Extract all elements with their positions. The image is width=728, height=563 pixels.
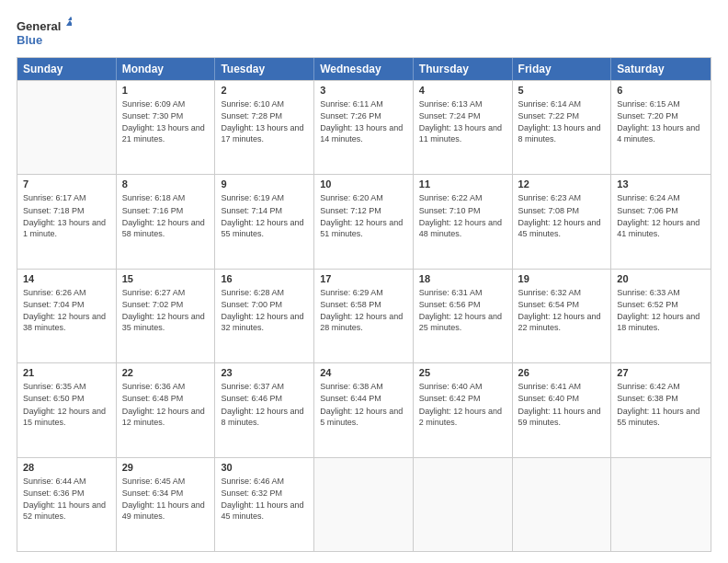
day-number: 13: [617, 178, 705, 190]
daylight-info: Daylight: 13 hours and 11 minutes.: [419, 122, 506, 144]
day-number: 11: [419, 178, 506, 190]
sunset-info: Sunset: 7:24 PM: [419, 110, 506, 121]
daylight-info: Daylight: 13 hours and 21 minutes.: [122, 122, 210, 144]
day-number: 20: [617, 273, 705, 284]
daylight-info: Daylight: 12 hours and 22 minutes.: [518, 311, 606, 333]
cal-cell: 3Sunrise: 6:11 AMSunset: 7:26 PMDaylight…: [314, 81, 414, 174]
cal-cell: [513, 458, 612, 551]
daylight-info: Daylight: 11 hours and 49 minutes.: [122, 500, 210, 522]
sunset-info: Sunset: 6:56 PM: [419, 299, 506, 310]
cal-row-3: 21Sunrise: 6:35 AMSunset: 6:50 PMDayligh…: [17, 362, 711, 456]
sunrise-info: Sunrise: 6:33 AM: [617, 287, 705, 298]
sunrise-info: Sunrise: 6:36 AM: [122, 381, 210, 392]
sunrise-info: Sunrise: 6:28 AM: [221, 287, 308, 298]
sunset-info: Sunset: 6:58 PM: [320, 299, 407, 310]
day-number: 29: [122, 462, 210, 473]
cal-cell: 24Sunrise: 6:38 AMSunset: 6:44 PMDayligh…: [314, 363, 414, 456]
daylight-info: Daylight: 12 hours and 48 minutes.: [419, 217, 506, 239]
day-number: 22: [122, 367, 210, 378]
day-number: 21: [23, 367, 110, 378]
daylight-info: Daylight: 12 hours and 2 minutes.: [419, 406, 506, 428]
cal-cell: 26Sunrise: 6:41 AMSunset: 6:40 PMDayligh…: [513, 363, 612, 456]
sunset-info: Sunset: 6:42 PM: [419, 393, 506, 404]
daylight-info: Daylight: 13 hours and 8 minutes.: [518, 122, 606, 144]
sunrise-info: Sunrise: 6:22 AM: [419, 192, 506, 203]
day-number: 28: [23, 462, 110, 473]
page: General Blue SundayMondayTuesdayWednesda…: [0, 0, 728, 563]
daylight-info: Daylight: 12 hours and 45 minutes.: [518, 217, 606, 239]
day-number: 3: [320, 85, 407, 96]
cal-header-cell-sunday: Sunday: [17, 58, 117, 80]
daylight-info: Daylight: 12 hours and 41 minutes.: [617, 217, 705, 239]
sunset-info: Sunset: 7:18 PM: [23, 205, 110, 216]
day-number: 19: [518, 273, 606, 284]
daylight-info: Daylight: 12 hours and 28 minutes.: [320, 311, 407, 333]
cal-cell: [17, 81, 117, 174]
sunrise-info: Sunrise: 6:20 AM: [320, 192, 407, 203]
sunrise-info: Sunrise: 6:13 AM: [419, 98, 506, 109]
calendar-body: 1Sunrise: 6:09 AMSunset: 7:30 PMDaylight…: [17, 80, 711, 551]
day-number: 6: [617, 85, 705, 96]
svg-text:Blue: Blue: [17, 33, 42, 47]
sunrise-info: Sunrise: 6:38 AM: [320, 381, 407, 392]
cal-cell: 2Sunrise: 6:10 AMSunset: 7:28 PMDaylight…: [215, 81, 314, 174]
sunset-info: Sunset: 7:14 PM: [221, 205, 308, 216]
cal-header-cell-wednesday: Wednesday: [314, 58, 414, 80]
cal-cell: 15Sunrise: 6:27 AMSunset: 7:02 PMDayligh…: [117, 270, 216, 362]
cal-cell: 14Sunrise: 6:26 AMSunset: 7:04 PMDayligh…: [17, 270, 117, 362]
day-number: 1: [122, 85, 210, 96]
daylight-info: Daylight: 12 hours and 32 minutes.: [221, 311, 308, 333]
sunset-info: Sunset: 7:04 PM: [23, 299, 110, 310]
cal-header-cell-tuesday: Tuesday: [215, 58, 314, 80]
cal-cell: 9Sunrise: 6:19 AMSunset: 7:14 PMDaylight…: [215, 175, 314, 268]
daylight-info: Daylight: 12 hours and 25 minutes.: [419, 311, 506, 333]
sunset-info: Sunset: 6:54 PM: [518, 299, 606, 310]
day-number: 25: [419, 367, 506, 378]
cal-cell: 12Sunrise: 6:23 AMSunset: 7:08 PMDayligh…: [513, 175, 612, 268]
sunset-info: Sunset: 7:28 PM: [221, 110, 308, 121]
sunrise-info: Sunrise: 6:17 AM: [23, 192, 110, 203]
sunset-info: Sunset: 6:52 PM: [617, 299, 705, 310]
day-number: 8: [122, 178, 210, 190]
daylight-info: Daylight: 12 hours and 55 minutes.: [221, 217, 308, 239]
daylight-info: Daylight: 13 hours and 14 minutes.: [320, 122, 407, 144]
logo-svg: General Blue: [17, 17, 72, 50]
sunrise-info: Sunrise: 6:15 AM: [617, 98, 705, 109]
cal-cell: 20Sunrise: 6:33 AMSunset: 6:52 PMDayligh…: [611, 270, 711, 362]
sunset-info: Sunset: 7:06 PM: [617, 205, 705, 216]
cal-header-cell-friday: Friday: [513, 58, 612, 80]
sunset-info: Sunset: 6:46 PM: [221, 393, 308, 404]
sunrise-info: Sunrise: 6:09 AM: [122, 98, 210, 109]
sunset-info: Sunset: 7:00 PM: [221, 299, 308, 310]
sunrise-info: Sunrise: 6:41 AM: [518, 381, 606, 392]
cal-cell: [611, 458, 711, 551]
daylight-info: Daylight: 12 hours and 38 minutes.: [23, 311, 110, 333]
cal-cell: 10Sunrise: 6:20 AMSunset: 7:12 PMDayligh…: [314, 175, 414, 268]
day-number: 26: [518, 367, 606, 378]
calendar: SundayMondayTuesdayWednesdayThursdayFrid…: [17, 57, 711, 552]
cal-cell: 13Sunrise: 6:24 AMSunset: 7:06 PMDayligh…: [611, 175, 711, 268]
sunrise-info: Sunrise: 6:26 AM: [23, 287, 110, 298]
cal-header-cell-thursday: Thursday: [414, 58, 513, 80]
sunrise-info: Sunrise: 6:44 AM: [23, 476, 110, 487]
cal-header-cell-monday: Monday: [117, 58, 216, 80]
sunset-info: Sunset: 6:44 PM: [320, 393, 407, 404]
sunrise-info: Sunrise: 6:37 AM: [221, 381, 308, 392]
day-number: 17: [320, 273, 407, 284]
day-number: 16: [221, 273, 308, 284]
cal-cell: 7Sunrise: 6:17 AMSunset: 7:18 PMDaylight…: [17, 175, 117, 268]
cal-row-0: 1Sunrise: 6:09 AMSunset: 7:30 PMDaylight…: [17, 80, 711, 174]
day-number: 23: [221, 367, 308, 378]
sunrise-info: Sunrise: 6:10 AM: [221, 98, 308, 109]
cal-header-cell-saturday: Saturday: [611, 58, 711, 80]
header: General Blue: [17, 17, 711, 50]
daylight-info: Daylight: 12 hours and 15 minutes.: [23, 406, 110, 428]
sunset-info: Sunset: 7:30 PM: [122, 110, 210, 121]
cal-cell: 23Sunrise: 6:37 AMSunset: 6:46 PMDayligh…: [215, 363, 314, 456]
sunrise-info: Sunrise: 6:19 AM: [221, 192, 308, 203]
cal-cell: 29Sunrise: 6:45 AMSunset: 6:34 PMDayligh…: [117, 458, 216, 551]
day-number: 5: [518, 85, 606, 96]
sunset-info: Sunset: 6:34 PM: [122, 488, 210, 499]
day-number: 4: [419, 85, 506, 96]
sunset-info: Sunset: 6:38 PM: [617, 393, 705, 404]
